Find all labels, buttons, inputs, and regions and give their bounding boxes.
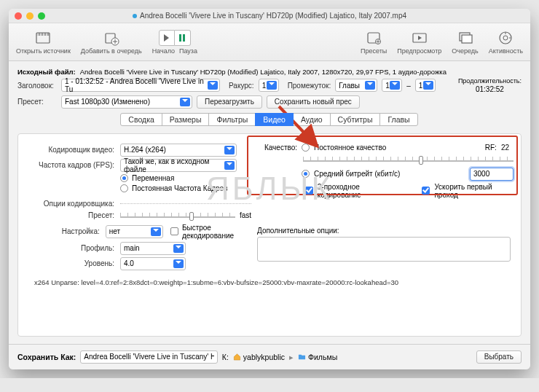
unparse-string: x264 Unparse: level=4.0:ref=2:8x8dct=0:w… (34, 278, 514, 286)
start-button[interactable] (159, 30, 175, 46)
window-controls (15, 12, 45, 20)
svg-rect-13 (462, 35, 472, 43)
duration-block: Продолжительность: 01:32:52 (458, 78, 522, 93)
fastdecode-label: Быстрое декодирование (182, 224, 251, 240)
fastdecode-check[interactable] (170, 227, 178, 235)
profile-label: Профиль: (25, 244, 114, 252)
encoder-label: Кодировщик видео: (25, 146, 114, 154)
encoder-select[interactable]: H.264 (x264) (120, 144, 237, 157)
range-type-select[interactable]: Главы (335, 79, 377, 92)
home-icon (233, 353, 241, 361)
activity-button[interactable]: Активность (489, 30, 523, 55)
turbo-check[interactable] (422, 187, 430, 195)
preview-button[interactable]: Предпросмотр (397, 30, 441, 55)
enc-preset-slider[interactable] (120, 210, 235, 222)
twopass-check[interactable] (305, 187, 313, 195)
tab-dimensions[interactable]: Размеры (162, 113, 210, 126)
twopass-label: 2-проходное кодирование (318, 183, 401, 199)
add-queue-button[interactable]: Добавить в очередь (81, 30, 142, 55)
tab-filters[interactable]: Фильтры (208, 113, 256, 126)
svg-rect-1 (36, 33, 50, 36)
bottombar: Сохранить Как: К: yablykpublic ▸ Фильмы … (9, 344, 530, 369)
level-label: Уровень: (25, 259, 114, 267)
preset-label: Пресет: (17, 98, 57, 106)
titlebar: Andrea Bocelli 'Vivere Live in Tuscany' … (9, 9, 530, 23)
tab-summary[interactable]: Сводка (120, 113, 162, 126)
tab-chapters[interactable]: Главы (379, 113, 417, 126)
avg-bitrate-radio[interactable] (302, 170, 310, 178)
svg-marker-11 (418, 36, 422, 40)
rf-label: RF: (485, 144, 497, 152)
enc-options-label: Опции кодировщика: (25, 200, 114, 208)
pause-icon (179, 34, 185, 42)
save-preset-button[interactable]: Сохранить новый прес (267, 95, 360, 109)
more-options-label: Дополнительные опции: (257, 227, 339, 235)
enc-preset-speed: fast (240, 211, 251, 219)
film-icon (34, 30, 52, 46)
tab-video[interactable]: Видео (255, 113, 294, 126)
turbo-label: Ускорить первый проход (434, 183, 514, 199)
tabbar: Сводка Размеры Фильтры Видео Аудио Субти… (17, 113, 522, 126)
avg-bitrate-input[interactable] (470, 168, 514, 181)
range-to-select[interactable]: 1 (415, 79, 436, 92)
status-dot-icon (133, 14, 137, 18)
fps-label: Частота кадров (FPS): (25, 161, 114, 169)
toolbar: Открыть источник Добавить в очередь Нача… (9, 23, 530, 61)
tab-audio[interactable]: Аудио (293, 113, 331, 126)
presets-icon (365, 30, 382, 46)
save-as-label: Сохранить Как: (17, 353, 76, 361)
fps-variable-radio[interactable] (120, 174, 128, 182)
play-icon (164, 34, 169, 42)
tune-label: Настройка: (25, 227, 100, 235)
title-select[interactable]: 1 - 01:32:52 - Andrea Bocelli 'Vivere Li… (61, 79, 220, 92)
tab-subtitles[interactable]: Субтитры (330, 113, 381, 126)
video-panel: Кодировщик видео: H.264 (x264) Частота к… (17, 133, 522, 337)
content: Исходный файл: Andrea Bocelli 'Vivere Li… (9, 61, 530, 344)
queue-button[interactable]: Очередь (452, 30, 478, 55)
quality-label: Качество: (257, 144, 297, 152)
fps-constant-label: Постоянная Частота Кадров (132, 184, 228, 192)
choose-button[interactable]: Выбрать (476, 350, 522, 364)
quality-slider[interactable] (303, 154, 514, 165)
activity-icon (497, 30, 514, 46)
open-source-button[interactable]: Открыть источник (16, 30, 71, 55)
app-window: Andrea Bocelli 'Vivere Live in Tuscany' … (9, 9, 530, 369)
add-queue-icon (103, 30, 120, 46)
angle-label: Ракурс: (229, 82, 254, 90)
range-from-select[interactable]: 1 (382, 79, 402, 92)
close-icon[interactable] (15, 12, 22, 20)
preview-icon (411, 30, 428, 46)
more-options-field[interactable] (257, 237, 511, 262)
destination-user[interactable]: yablykpublic (233, 353, 285, 361)
rf-value: 22 (501, 144, 509, 152)
fps-constant-radio[interactable] (120, 184, 128, 192)
tune-select[interactable]: нет (106, 225, 163, 238)
pause-button[interactable] (175, 30, 191, 46)
source-label: Исходный файл: (17, 68, 76, 76)
save-filename-input[interactable] (80, 350, 217, 364)
title-label: Заголовок: (17, 82, 57, 90)
svg-point-15 (503, 36, 508, 40)
start-pause-segment (159, 30, 191, 46)
avg-bitrate-label: Средний битрейт (кбит/с) (314, 170, 400, 178)
angle-select[interactable]: 1 (259, 79, 279, 92)
to-label: К: (222, 353, 229, 361)
presets-button[interactable]: Пресеты (361, 30, 387, 55)
destination-folder[interactable]: Фильмы (298, 353, 337, 361)
folder-icon (298, 353, 306, 361)
profile-select[interactable]: main (120, 242, 186, 255)
zoom-icon[interactable] (38, 12, 45, 20)
minimize-icon[interactable] (26, 12, 34, 20)
enc-preset-label: Пресет: (25, 211, 114, 219)
preset-select[interactable]: Fast 1080p30 (Изменено) (61, 95, 192, 109)
window-title: Andrea Bocelli 'Vivere Live in Tuscany' … (140, 12, 406, 20)
level-select[interactable]: 4.0 (120, 257, 186, 270)
fps-select[interactable]: Такой же, как в исходном файле (120, 159, 237, 172)
fps-variable-label: Переменная (132, 174, 174, 182)
queue-icon (457, 30, 474, 46)
cq-label: Постоянное качество (314, 144, 386, 152)
range-label: Промежуток: (288, 82, 331, 90)
cq-radio[interactable] (302, 144, 310, 152)
source-value: Andrea Bocelli 'Vivere Live in Tuscany' … (80, 68, 446, 76)
reload-preset-button[interactable]: Перезагрузить (197, 95, 262, 109)
